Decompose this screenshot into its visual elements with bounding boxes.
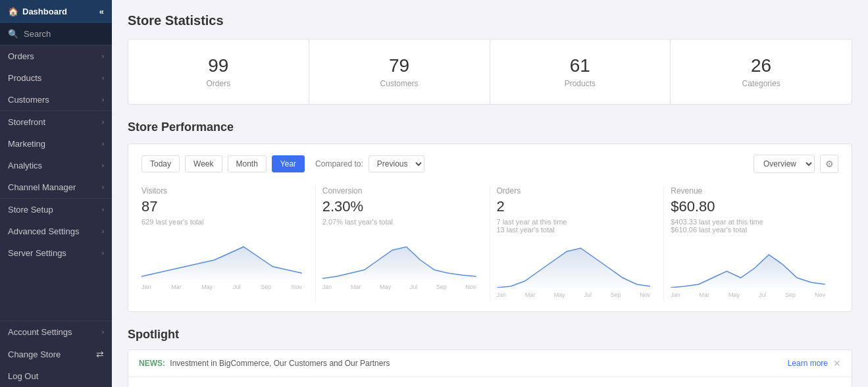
metric-visitors-name: Visitors [141,186,302,195]
metric-visitors-sub: 629 last year's total [141,218,302,226]
metric-revenue-sub1: $403.33 last year at this time [671,218,825,226]
metric-revenue-value: $60.80 [671,198,825,215]
overview-select[interactable]: Overview [753,155,815,173]
sidebar-search[interactable]: 🔍 Search [0,23,112,45]
spotlight-row-news: NEWS: Investment in BigCommerce, Our Cus… [128,350,852,377]
metric-orders-sub1: 7 last year at this time [497,218,651,226]
metric-conversion-sub: 2.07% last year's total [322,218,476,226]
close-news-icon[interactable]: ✕ [833,358,841,369]
sidebar-item-products[interactable]: Products › [0,67,112,89]
chart-orders: JanMarMayJulSepNov [497,242,651,301]
period-month-button[interactable]: Month [228,155,267,172]
sidebar-footer: Account Settings › Change Store ⇄ Log Ou… [0,321,112,387]
metric-visitors-value: 87 [141,198,302,215]
change-store-icon: ⇄ [96,349,104,359]
sidebar-header-left: 🏠 Dashboard [8,7,67,16]
spotlight-news-content: NEWS: Investment in BigCommerce, Our Cus… [139,359,390,368]
metric-orders-value: 2 [497,198,651,215]
sidebar-item-channel-manager-label: Channel Manager [8,182,76,192]
search-label: Search [24,29,51,39]
settings-icon-button[interactable]: ⚙ [820,155,838,173]
sidebar-item-server-settings-label: Server Settings [8,248,66,258]
search-icon: 🔍 [8,29,18,39]
sidebar-item-logout[interactable]: Log Out [0,365,112,387]
sidebar-item-server-settings[interactable]: Server Settings › [0,242,112,264]
sidebar-item-marketing[interactable]: Marketing › [0,133,112,155]
stat-card-categories: 26 Categories [671,39,852,104]
metric-conversion-name: Conversion [322,186,476,195]
main-content: Store Statistics 99 Orders 79 Customers … [112,0,868,387]
spotlight-card: NEWS: Investment in BigCommerce, Our Cus… [128,349,852,387]
stat-label-orders: Orders [141,79,295,88]
perf-controls-left: Today Week Month Year Compared to: Previ… [141,155,424,172]
chart-visitors: JanMarMayJulSepNov [141,234,302,293]
metric-revenue: Revenue $60.80 $403.33 last year at this… [664,186,838,301]
metric-grid: Visitors 87 629 last year's total [141,186,838,301]
period-today-button[interactable]: Today [141,155,180,172]
logout-label: Log Out [8,371,38,381]
sidebar-item-orders[interactable]: Orders › [0,45,112,67]
sidebar-nav-group-1: Orders › Products › Customers › [0,45,112,111]
chevron-right-icon: › [102,140,104,147]
sidebar-item-analytics[interactable]: Analytics › [0,155,112,176]
sidebar-item-change-store[interactable]: Change Store ⇄ [0,343,112,365]
gear-icon: ⚙ [825,159,834,169]
sidebar-dashboard-label: Dashboard [22,7,67,16]
stat-value-customers: 79 [322,55,476,76]
chart-conversion: JanMarMayJulSepNov [322,234,476,293]
sidebar-item-customers[interactable]: Customers › [0,89,112,111]
sidebar-item-store-setup[interactable]: Store Setup › [0,199,112,220]
metric-visitors: Visitors 87 629 last year's total [141,186,316,301]
sidebar-item-advanced-settings-label: Advanced Settings [8,226,79,236]
spotlight-news-link[interactable]: Learn more [788,359,828,368]
compared-select[interactable]: Previous [369,155,424,172]
spotlight-news-actions: Learn more ✕ [788,358,841,369]
home-icon: 🏠 [8,7,18,16]
chart-orders-axis: JanMarMayJulSepNov [497,292,651,298]
sidebar: 🏠 Dashboard « 🔍 Search Orders › Products… [0,0,112,387]
sidebar-item-products-label: Products [8,73,41,83]
sidebar-item-analytics-label: Analytics [8,161,42,170]
chevron-right-icon: › [102,74,104,82]
chevron-right-icon: › [102,206,104,213]
stat-value-categories: 26 [684,55,838,76]
svg-marker-2 [497,248,651,288]
sidebar-nav-group-3: Store Setup › Advanced Settings › Server… [0,198,112,264]
spotlight-title: Spotlight [128,328,852,342]
sidebar-nav-group-2: Storefront › Marketing › Analytics › Cha… [0,111,112,198]
change-store-label: Change Store [8,349,61,359]
chart-conversion-axis: JanMarMayJulSepNov [322,284,476,290]
stat-value-products: 61 [503,55,657,76]
metric-orders-name: Orders [497,186,651,195]
sidebar-item-storefront[interactable]: Storefront › [0,111,112,133]
chart-revenue: JanMarMayJulSepNov [671,242,825,301]
metric-revenue-name: Revenue [671,186,825,195]
sidebar-item-channel-manager[interactable]: Channel Manager › [0,176,112,198]
chevron-right-icon: › [102,249,104,257]
period-week-button[interactable]: Week [185,155,222,172]
spotlight-news-text: Investment in BigCommerce, Our Customers… [170,359,390,368]
chevron-right-icon: › [102,162,104,169]
sidebar-item-marketing-label: Marketing [8,139,45,149]
collapse-icon[interactable]: « [99,7,104,16]
chart-visitors-axis: JanMarMayJulSepNov [141,284,302,290]
svg-marker-0 [141,247,302,280]
stat-label-customers: Customers [322,79,476,88]
metric-conversion-value: 2.30% [322,198,476,215]
spotlight-row-advice: ADVICE: Uncover opportunities to grow sa… [128,377,852,387]
compared-label: Compared to: [315,159,363,168]
sidebar-item-account-settings[interactable]: Account Settings › [0,321,112,343]
chevron-right-icon: › [102,118,104,126]
store-performance-title: Store Performance [128,120,852,134]
account-settings-label: Account Settings [8,327,72,337]
metric-orders: Orders 2 7 last year at this time 13 las… [490,186,665,301]
stat-card-products: 61 Products [490,39,671,104]
chevron-right-icon: › [102,228,104,235]
svg-marker-3 [671,255,825,288]
perf-controls: Today Week Month Year Compared to: Previ… [141,155,838,173]
period-year-button[interactable]: Year [272,155,305,172]
sidebar-item-advanced-settings[interactable]: Advanced Settings › [0,220,112,242]
sidebar-item-orders-label: Orders [8,51,34,61]
sidebar-header: 🏠 Dashboard « [0,0,112,23]
chevron-right-icon: › [102,53,104,60]
